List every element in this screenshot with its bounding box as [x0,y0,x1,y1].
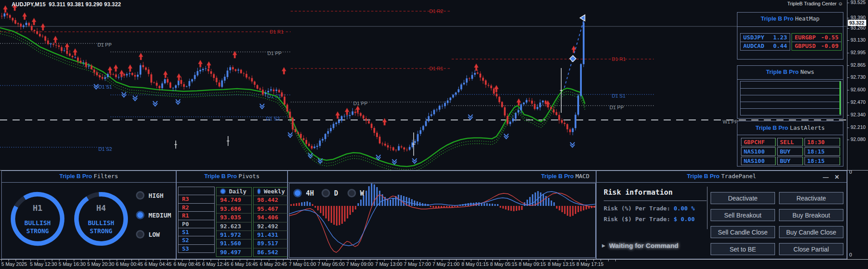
alert-action: BUY [777,157,803,165]
time-axis-label: 6 May 12:45 [202,261,229,267]
time-axis[interactable]: 5 May 20255 May 12:305 May 16:305 May 20… [0,260,868,269]
radio-icon[interactable] [220,188,226,194]
time-axis-tick [355,260,356,261]
risk-percent-label: Risk (%) Per Trade: [604,205,674,212]
filter-radio-high[interactable]: HIGH [136,191,164,200]
time-axis-tick [59,260,59,261]
set-to-be-button[interactable]: Set to BE [711,243,775,255]
macd-title-name: MACD [576,173,589,179]
alert-symbol: NAS100 [741,147,776,156]
price-axis[interactable]: 93.52593.39093.26093.13092.99592.86592.7… [847,0,868,260]
time-axis-tick [464,260,464,261]
risk-percent-value: 0.00 % [674,205,695,212]
pivots-title-divider [177,182,287,183]
macd-title-divider [288,182,596,183]
radio-icon[interactable] [257,188,261,194]
radio-label: W [360,189,364,197]
close-icon[interactable]: ✕ [834,174,839,180]
price-axis-tick [847,18,849,18]
lastalerts-title-divider [737,135,843,135]
svg-text:D1 PP: D1 PP [267,51,282,56]
alert-row: NAS100BUY18:15 [741,157,842,165]
time-axis-tick [384,260,385,261]
radio-icon[interactable] [322,189,330,197]
pivot-value: 90.497 [216,248,251,256]
radio-icon[interactable] [136,191,144,200]
pivot-row-label: P0 [178,220,215,228]
macd-axis-label: 0 [849,252,852,257]
time-axis-label: 7 May 17:00 [404,261,431,267]
sell-candle-close-button[interactable]: Sell Candle Close [711,226,775,238]
time-axis-tick [146,260,146,261]
time-axis-tick [131,260,132,261]
pivot-value: 86.542 [254,248,288,256]
time-axis-tick [196,260,197,261]
buy-breakout-button[interactable]: Buy Breakout [779,209,843,221]
alert-row: NAS100BUY18:15 [741,147,842,156]
reactivate-button[interactable]: Reactivate [779,192,843,204]
time-axis-tick [203,260,204,261]
svg-text:D1 S1: D1 S1 [98,84,112,90]
pivot-row-label: R1 [178,211,215,220]
time-axis-tick [23,260,23,261]
svg-text:D1 S2: D1 S2 [98,146,112,152]
price-axis-label: 92.730 [851,74,866,80]
time-axis-tick [175,260,175,261]
svg-text:D1 S2: D1 S2 [266,116,280,121]
time-axis-tick [254,260,254,261]
chart-symbol-ohlc: AUDJPY,M15 93.311 93.381 93.290 93.322 [12,1,121,8]
macd-radio-d[interactable]: D [322,189,338,197]
filters-title-name: Filters [93,173,118,179]
time-axis-tick [406,260,406,261]
macd-radio-4h[interactable]: 4H [293,189,314,197]
radio-icon[interactable] [293,189,302,197]
deactivate-button[interactable]: Deactivate [711,192,775,204]
radio-icon[interactable] [347,189,356,197]
heatmap-panel: Triple B Pro HeatMap USDJPY1.23AUDCAD0.4… [737,12,843,60]
risk-info-heading: Risk information [604,188,673,196]
news-row [741,102,841,108]
price-axis-label: 92.865 [851,62,866,68]
time-axis-tick [593,260,594,261]
heatmap-title-name: HeatMap [795,15,820,22]
time-axis-tick [341,260,341,261]
time-axis-tick [507,260,508,261]
filter-radio-low[interactable]: LOW [136,230,160,239]
radio-label: HIGH [148,192,164,199]
pivot-daily-header[interactable]: Daily [216,187,251,196]
time-axis-tick [363,260,363,261]
pivot-row-label: S1 [178,228,215,236]
subwindow-separator[interactable] [0,170,868,171]
risk-dollar-label: Risk ($) Per Trade: [604,216,674,222]
time-axis-tick [319,260,320,261]
time-axis-label: 7 May 01:00 [289,261,316,267]
price-axis-tick [847,77,849,78]
news-list [740,81,841,115]
svg-text:D1 R2: D1 R2 [429,9,443,14]
h4-gauge-strength: STRONG [72,227,130,235]
news-row [741,95,841,102]
radio-label: 4H [306,189,314,197]
price-axis-label: 92.210 [851,124,866,130]
radio-icon[interactable] [136,211,144,219]
sell-breakout-button[interactable]: Sell Breakout [711,209,775,221]
minimize-icon[interactable]: — [823,174,829,180]
time-axis-tick [478,260,478,261]
close-partial-button[interactable]: Close Partial [779,243,843,255]
time-axis-tick [261,260,262,261]
filters-title: Triple B Pro Filters [2,173,176,179]
trading-terminal: W1 PPD1 R1D1 R2D1 R1D1 R1D1 PPD1 PPD1 PP… [0,0,868,269]
buy-candle-close-button[interactable]: Buy Candle Close [779,226,843,238]
time-axis-tick [601,260,601,261]
time-axis-tick [391,260,392,261]
pivot-weekly-header[interactable]: Weekly [254,187,288,196]
radio-label: LOW [148,231,160,238]
heatmap-row: EURGBP-0.55 [792,34,841,42]
risk-percent-row: Risk (%) Per Trade: 0.00 % [604,205,695,212]
price-axis-tick [847,40,849,41]
macd-radio-w[interactable]: W [347,189,364,197]
filter-radio-medium[interactable]: MEDIUM [136,211,171,219]
time-axis-label: 8 May 05:15 [490,261,517,267]
radio-icon[interactable] [136,230,144,239]
news-title-name: News [800,68,814,75]
